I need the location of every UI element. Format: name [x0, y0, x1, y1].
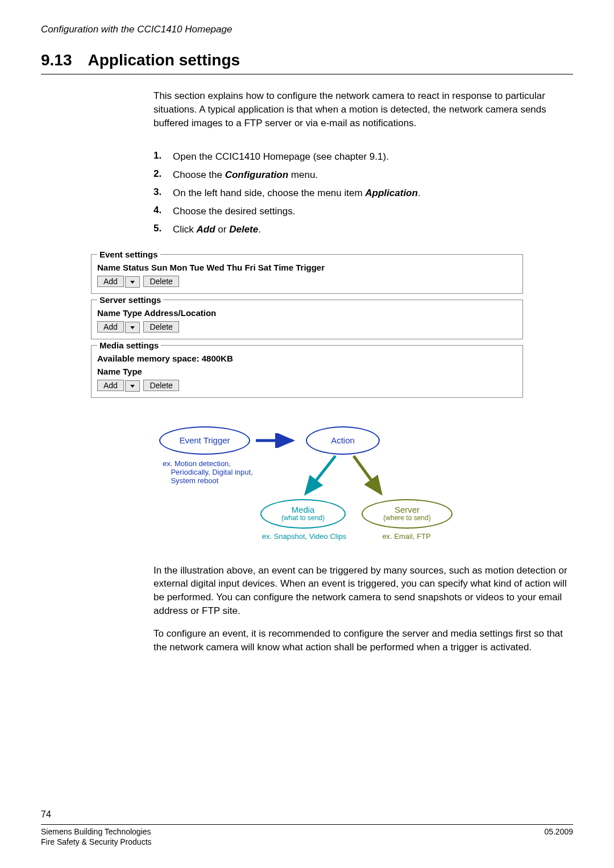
section-number: 9.13: [41, 51, 72, 69]
diagram-explanation-p2: To configure an event, it is recommended…: [154, 627, 573, 654]
diagram-server-sub: (where to send): [383, 514, 430, 522]
event-flow-diagram: Event Trigger ex. Motion detection, Peri…: [159, 426, 455, 557]
diagram-event-examples: ex. Motion detection, Periodically, Digi…: [163, 459, 276, 485]
svg-line-2: [354, 456, 381, 493]
media-settings-header: Name Type: [97, 367, 517, 376]
step-text: Click Add or Delete.: [173, 223, 261, 236]
media-delete-button[interactable]: Delete: [143, 380, 179, 391]
diagram-media-ex: ex. Snapshot, Video Clips: [256, 532, 352, 541]
event-dropdown[interactable]: [125, 276, 140, 288]
event-settings-fieldset: Event settings Name Status Sun Mon Tue W…: [91, 250, 523, 294]
step-text: Choose the desired settings.: [173, 205, 295, 218]
step-text: Open the CCIC1410 Homepage (see chapter …: [173, 150, 389, 164]
server-settings-legend: Server settings: [97, 295, 163, 305]
step-number: 3.: [154, 186, 173, 200]
svg-line-1: [306, 456, 335, 493]
server-settings-header: Name Type Address/Location: [97, 308, 517, 318]
heading-rule: [41, 74, 573, 74]
diagram-media: Media: [292, 505, 315, 514]
step-number: 1.: [154, 150, 173, 164]
footer-company: Siemens Building Technologies: [41, 827, 152, 836]
event-add-button[interactable]: Add: [97, 276, 124, 287]
event-settings-legend: Event settings: [97, 250, 160, 259]
server-delete-button[interactable]: Delete: [143, 321, 179, 333]
diagram-server: Server: [395, 505, 420, 514]
media-dropdown[interactable]: [125, 380, 140, 392]
running-header: Configuration with the CCIC1410 Homepage: [41, 24, 573, 35]
media-settings-legend: Media settings: [97, 340, 161, 350]
diagram-server-ex: ex. Email, FTP: [370, 532, 443, 541]
server-settings-fieldset: Server settings Name Type Address/Locati…: [91, 295, 523, 339]
server-dropdown[interactable]: [125, 322, 140, 333]
step-number: 2.: [154, 168, 173, 182]
instruction-list: 1.Open the CCIC1410 Homepage (see chapte…: [154, 150, 573, 236]
footer-date: 05.2009: [544, 827, 573, 846]
diagram-event-trigger: Event Trigger: [179, 435, 230, 445]
media-memory-text: Available memory space: 4800KB: [97, 354, 517, 363]
step-text: On the left hand side, choose the menu i…: [173, 186, 421, 200]
step-text: Choose the Configuration menu.: [173, 168, 318, 182]
step-number: 5.: [154, 223, 173, 236]
media-settings-fieldset: Media settings Available memory space: 4…: [91, 340, 523, 398]
step-number: 4.: [154, 205, 173, 218]
media-add-button[interactable]: Add: [97, 380, 124, 391]
event-settings-header: Name Status Sun Mon Tue Wed Thu Fri Sat …: [97, 263, 517, 272]
intro-paragraph: This section explains how to configure t…: [154, 89, 573, 130]
footer-division: Fire Safety & Security Products: [41, 837, 152, 846]
page-number: 74: [41, 809, 573, 820]
diagram-explanation-p1: In the illustration above, an event can …: [154, 564, 573, 618]
footer-rule: [41, 824, 573, 825]
event-delete-button[interactable]: Delete: [143, 276, 179, 287]
section-title: Application settings: [88, 51, 240, 69]
server-add-button[interactable]: Add: [97, 321, 124, 333]
diagram-media-sub: (what to send): [281, 514, 325, 522]
section-heading: 9.13Application settings: [41, 51, 573, 69]
diagram-action: Action: [331, 435, 355, 445]
